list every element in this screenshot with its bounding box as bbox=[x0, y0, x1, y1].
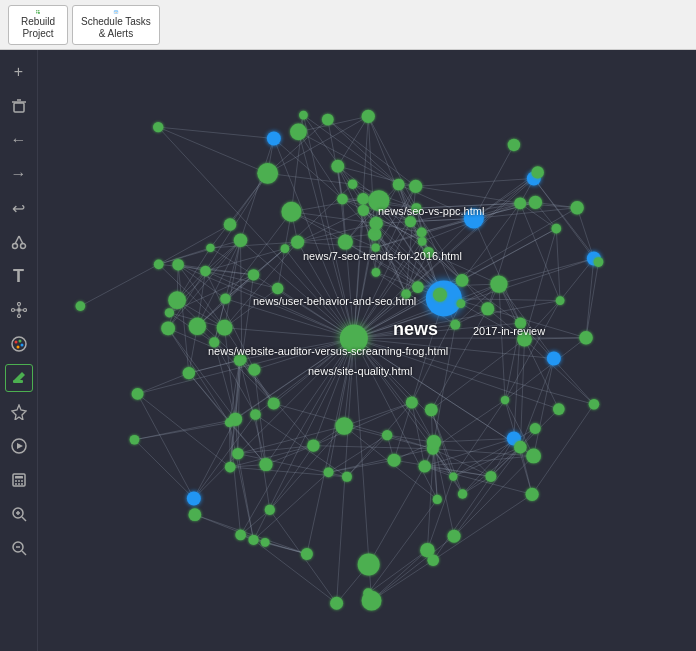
hub-button[interactable] bbox=[5, 296, 33, 324]
svg-rect-0 bbox=[36, 10, 38, 12]
svg-point-42 bbox=[15, 483, 17, 485]
calculator-button[interactable] bbox=[5, 466, 33, 494]
svg-point-29 bbox=[18, 340, 21, 343]
svg-point-22 bbox=[23, 309, 26, 312]
add-button[interactable]: + bbox=[5, 58, 33, 86]
left-sidebar: + ← → ↩ T bbox=[0, 50, 38, 651]
delete-button[interactable] bbox=[5, 92, 33, 120]
graph-canvas bbox=[38, 50, 696, 651]
svg-point-44 bbox=[21, 483, 23, 485]
palette-button[interactable] bbox=[5, 330, 33, 358]
main-area: + ← → ↩ T bbox=[0, 50, 696, 651]
zoom-in-button[interactable] bbox=[5, 500, 33, 528]
pin-button[interactable] bbox=[5, 398, 33, 426]
svg-point-31 bbox=[16, 346, 19, 349]
svg-line-50 bbox=[22, 551, 26, 555]
toolbar: RebuildProject Schedule Tasks& Alerts bbox=[0, 0, 696, 50]
svg-point-15 bbox=[20, 244, 25, 249]
svg-marker-34 bbox=[12, 405, 26, 420]
svg-line-17 bbox=[19, 236, 23, 244]
svg-rect-1 bbox=[38, 10, 40, 12]
svg-point-14 bbox=[12, 244, 17, 249]
edit-button[interactable] bbox=[5, 364, 33, 392]
svg-line-16 bbox=[15, 236, 19, 244]
svg-rect-38 bbox=[15, 476, 23, 479]
rebuild-icon bbox=[29, 10, 47, 14]
cut-button[interactable] bbox=[5, 228, 33, 256]
svg-line-46 bbox=[22, 517, 26, 521]
svg-point-30 bbox=[20, 344, 23, 347]
text-button[interactable]: T bbox=[5, 262, 33, 290]
graph-visualization[interactable] bbox=[38, 50, 696, 651]
svg-point-27 bbox=[12, 337, 26, 351]
svg-point-43 bbox=[18, 483, 20, 485]
forward-button[interactable]: → bbox=[5, 160, 33, 188]
svg-point-39 bbox=[15, 480, 17, 482]
svg-point-41 bbox=[21, 480, 23, 482]
svg-rect-2 bbox=[36, 12, 38, 14]
rebuild-label: RebuildProject bbox=[21, 16, 55, 40]
svg-rect-4 bbox=[114, 10, 118, 13]
svg-point-28 bbox=[14, 341, 17, 344]
rebuild-project-button[interactable]: RebuildProject bbox=[8, 5, 68, 45]
svg-point-40 bbox=[18, 480, 20, 482]
svg-rect-11 bbox=[14, 103, 24, 112]
svg-point-18 bbox=[17, 308, 21, 312]
schedule-icon bbox=[107, 10, 125, 14]
svg-rect-3 bbox=[38, 12, 40, 14]
schedule-label: Schedule Tasks& Alerts bbox=[81, 16, 151, 40]
zoom-out-button[interactable] bbox=[5, 534, 33, 562]
svg-point-21 bbox=[11, 309, 14, 312]
schedule-tasks-button[interactable]: Schedule Tasks& Alerts bbox=[72, 5, 160, 45]
svg-marker-36 bbox=[17, 443, 23, 449]
play-button[interactable] bbox=[5, 432, 33, 460]
back-button[interactable]: ← bbox=[5, 126, 33, 154]
undo-button[interactable]: ↩ bbox=[5, 194, 33, 222]
svg-point-20 bbox=[17, 315, 20, 318]
svg-point-19 bbox=[17, 303, 20, 306]
